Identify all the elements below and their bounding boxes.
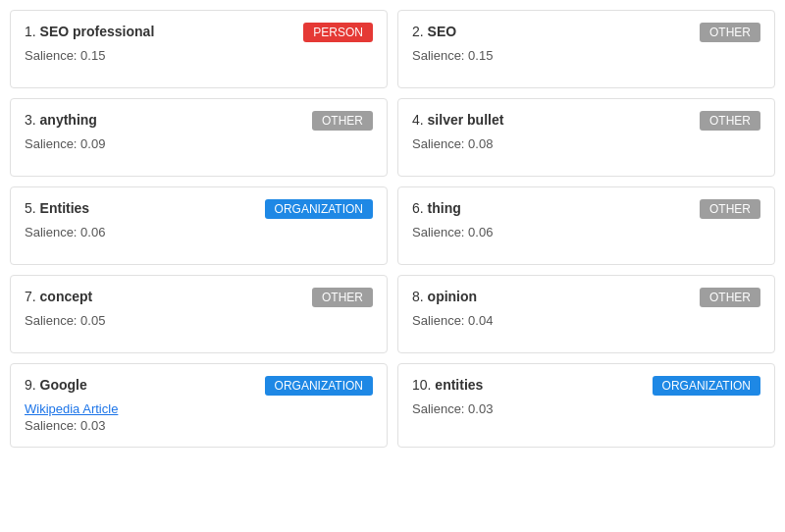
badge-8: OTHER [700,288,760,307]
card-title-2: 2. SEO [412,23,466,42]
card-10: 10. entities ORGANIZATION Salience: 0.03 [397,363,775,448]
card-number-8: 8. [412,289,428,304]
card-title-10: 10. entities [412,376,493,396]
card-title-6: 6. thing [412,199,471,219]
card-name-6: thing [428,200,461,216]
badge-6: OTHER [700,199,760,219]
card-number-1: 1. [25,24,40,39]
card-header-8: 8. opinion OTHER [412,288,760,307]
card-header-6: 6. thing OTHER [412,199,760,219]
badge-5: ORGANIZATION [265,199,373,219]
card-header-3: 3. anything OTHER [25,111,373,131]
salience-3: Salience: 0.09 [25,136,373,151]
card-number-3: 3. [25,112,40,128]
salience-2: Salience: 0.15 [412,48,760,63]
card-name-10: entities [435,377,483,393]
card-title-8: 8. opinion [412,288,487,307]
wikipedia-link-9[interactable]: Wikipedia Article [25,401,373,416]
badge-3: OTHER [312,111,373,131]
card-9: 9. Google ORGANIZATION Wikipedia Article… [10,363,388,448]
card-title-9: 9. Google [25,376,97,396]
card-header-4: 4. silver bullet OTHER [412,111,760,131]
card-title-7: 7. concept [25,288,102,307]
card-number-9: 9. [25,377,40,393]
salience-10: Salience: 0.03 [412,401,760,416]
card-number-10: 10. [412,377,435,393]
card-number-2: 2. [412,24,428,39]
card-number-6: 6. [412,200,428,216]
card-name-2: SEO [428,24,457,39]
salience-1: Salience: 0.15 [25,48,373,63]
card-number-7: 7. [25,289,40,304]
salience-4: Salience: 0.08 [412,136,760,151]
card-4: 4. silver bullet OTHER Salience: 0.08 [397,98,775,177]
card-name-1: SEO professional [40,24,155,39]
card-header-9: 9. Google ORGANIZATION [25,376,373,396]
card-number-4: 4. [412,112,428,128]
card-header-7: 7. concept OTHER [25,288,373,307]
card-header-2: 2. SEO OTHER [412,23,760,42]
card-name-4: silver bullet [428,112,504,128]
card-1: 1. SEO professional PERSON Salience: 0.1… [10,10,388,88]
card-number-5: 5. [25,200,40,216]
entity-grid: 1. SEO professional PERSON Salience: 0.1… [10,10,775,448]
badge-4: OTHER [700,111,760,131]
badge-1: PERSON [303,23,373,42]
card-name-5: Entities [40,200,90,216]
badge-9: ORGANIZATION [265,376,373,396]
card-name-3: anything [40,112,97,128]
salience-5: Salience: 0.06 [25,225,373,239]
card-2: 2. SEO OTHER Salience: 0.15 [397,10,775,88]
salience-8: Salience: 0.04 [412,313,760,328]
card-title-3: 3. anything [25,111,107,131]
salience-7: Salience: 0.05 [25,313,373,328]
card-name-9: Google [40,377,87,393]
card-5: 5. Entities ORGANIZATION Salience: 0.06 [10,186,388,265]
badge-7: OTHER [312,288,373,307]
card-title-4: 4. silver bullet [412,111,513,131]
badge-2: OTHER [700,23,760,42]
salience-9: Salience: 0.03 [25,418,373,433]
card-6: 6. thing OTHER Salience: 0.06 [397,186,775,265]
badge-10: ORGANIZATION [653,376,760,396]
card-header-10: 10. entities ORGANIZATION [412,376,760,396]
card-header-1: 1. SEO professional PERSON [25,23,373,42]
card-name-7: concept [40,289,93,304]
card-8: 8. opinion OTHER Salience: 0.04 [397,275,775,353]
card-title-5: 5. Entities [25,199,99,219]
card-7: 7. concept OTHER Salience: 0.05 [10,275,388,353]
card-title-1: 1. SEO professional [25,23,164,42]
card-name-8: opinion [428,289,478,304]
card-header-5: 5. Entities ORGANIZATION [25,199,373,219]
salience-6: Salience: 0.06 [412,225,760,239]
card-3: 3. anything OTHER Salience: 0.09 [10,98,388,177]
